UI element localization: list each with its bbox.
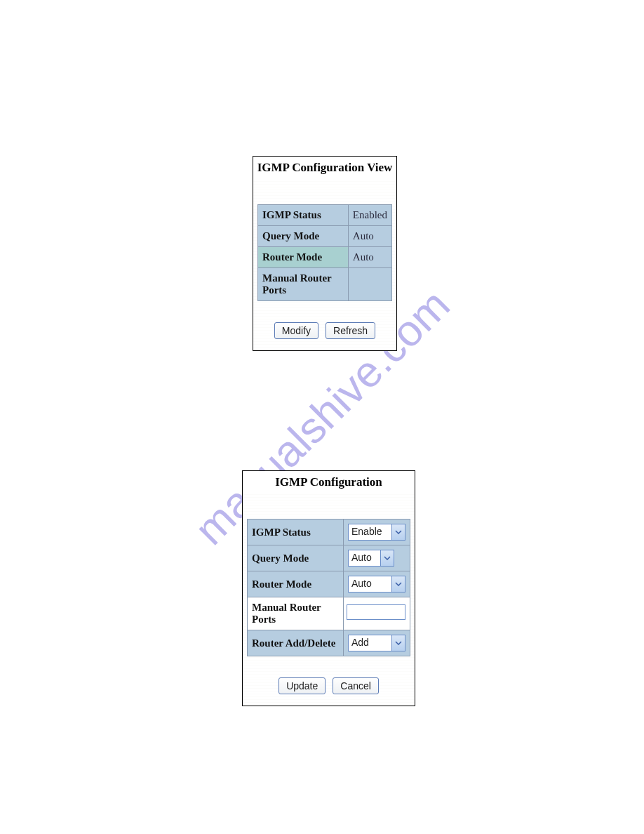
router-mode-select-value: Auto [351, 578, 372, 589]
query-mode-select-value: Auto [351, 552, 372, 563]
router-mode-select[interactable]: Auto [348, 576, 405, 593]
cell-igmp-status: Enable [344, 519, 410, 545]
label-router-mode: Router Mode [258, 247, 349, 268]
table-row: IGMP Status Enable [248, 519, 410, 545]
cell-query-mode: Auto [344, 545, 410, 571]
cell-router-add-delete: Add [344, 630, 410, 656]
modify-button[interactable]: Modify [274, 322, 318, 339]
table-row: Manual Router Ports [258, 268, 392, 301]
igmp-status-select-value: Enable [351, 526, 382, 537]
chevron-down-icon [391, 576, 405, 592]
label-query-mode: Query Mode [248, 545, 344, 571]
value-query-mode: Auto [348, 226, 391, 247]
table-row: Router Mode Auto [258, 247, 392, 268]
refresh-button[interactable]: Refresh [326, 322, 375, 339]
value-manual-router-ports [348, 268, 391, 301]
value-igmp-status: Enabled [348, 205, 391, 226]
router-add-delete-select[interactable]: Add [348, 635, 405, 651]
igmp-config-panel: IGMP Configuration IGMP Status Enable Qu… [242, 470, 415, 706]
label-router-mode: Router Mode [248, 571, 344, 597]
cell-router-mode: Auto [344, 571, 410, 597]
table-row: IGMP Status Enabled [258, 205, 392, 226]
label-manual-router-ports: Manual Router Ports [248, 597, 344, 630]
label-igmp-status: IGMP Status [258, 205, 349, 226]
value-router-mode: Auto [348, 247, 391, 268]
igmp-view-table: IGMP Status Enabled Query Mode Auto Rout… [257, 204, 392, 301]
igmp-config-table: IGMP Status Enable Query Mode Auto [247, 519, 410, 656]
label-query-mode: Query Mode [258, 226, 349, 247]
view-button-row: Modify Refresh [257, 301, 392, 346]
chevron-down-icon [391, 635, 405, 651]
label-manual-router-ports: Manual Router Ports [258, 268, 349, 301]
update-button[interactable]: Update [279, 677, 326, 694]
router-add-delete-select-value: Add [351, 637, 369, 648]
igmp-config-body: IGMP Status Enable Query Mode Auto [243, 494, 415, 706]
table-row: Query Mode Auto [248, 545, 410, 571]
cancel-button[interactable]: Cancel [333, 677, 379, 694]
manual-router-ports-input[interactable] [347, 604, 405, 620]
label-router-add-delete: Router Add/Delete [248, 630, 344, 656]
cell-manual-router-ports [344, 597, 410, 630]
igmp-status-select[interactable]: Enable [348, 524, 405, 541]
label-igmp-status: IGMP Status [248, 519, 344, 545]
query-mode-select[interactable]: Auto [348, 550, 394, 567]
igmp-view-body: IGMP Status Enabled Query Mode Auto Rout… [253, 179, 396, 350]
chevron-down-icon [391, 524, 405, 540]
table-row: Query Mode Auto [258, 226, 392, 247]
igmp-view-title: IGMP Configuration View [253, 157, 396, 179]
igmp-config-title: IGMP Configuration [243, 471, 415, 494]
chevron-down-icon [380, 550, 394, 566]
config-button-row: Update Cancel [247, 656, 410, 701]
table-row: Router Add/Delete Add [248, 630, 410, 656]
table-row: Manual Router Ports [248, 597, 410, 630]
igmp-view-panel: IGMP Configuration View IGMP Status Enab… [253, 156, 397, 351]
table-row: Router Mode Auto [248, 571, 410, 597]
